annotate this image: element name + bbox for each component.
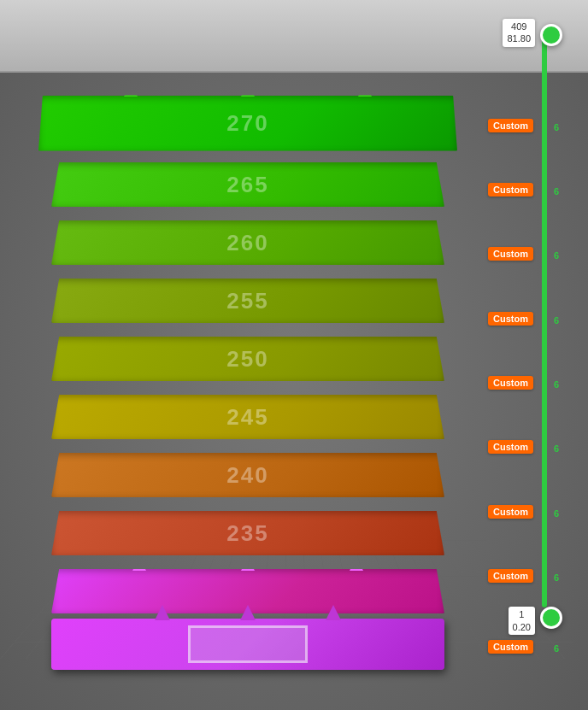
custom-button-4[interactable]: Custom bbox=[488, 312, 533, 326]
side-label-1: 6 bbox=[554, 122, 559, 132]
3d-viewport: 270 265 260 bbox=[0, 0, 588, 710]
side-label-8: 6 bbox=[554, 572, 559, 583]
side-label-3: 6 bbox=[554, 250, 559, 261]
layer-250: 250 bbox=[43, 328, 453, 390]
layer-235: 235 bbox=[43, 502, 453, 564]
tooltip-bottom-value2: 0.20 bbox=[513, 622, 531, 632]
layer-250-number: 250 bbox=[226, 346, 268, 373]
custom-button-1[interactable]: Custom bbox=[488, 119, 533, 132]
layer-240-number: 240 bbox=[226, 462, 268, 489]
top-platform bbox=[51, 619, 444, 670]
layer-260-number: 260 bbox=[226, 230, 268, 256]
custom-button-6[interactable]: Custom bbox=[488, 440, 533, 454]
tooltip-top-value1: 409 bbox=[511, 21, 526, 32]
custom-button-3[interactable]: Custom bbox=[488, 247, 533, 261]
layer-270: 270 bbox=[34, 89, 462, 157]
layer-245-number: 245 bbox=[226, 404, 268, 431]
custom-button-7[interactable]: Custom bbox=[488, 505, 533, 519]
top-cutout bbox=[188, 625, 308, 663]
top-platform-spikes bbox=[51, 605, 444, 620]
custom-button-8[interactable]: Custom bbox=[488, 569, 533, 583]
side-label-2: 6 bbox=[554, 186, 559, 197]
layer-260: 260 bbox=[43, 212, 453, 273]
layer-255-number: 255 bbox=[226, 288, 268, 314]
slider-handle-bottom[interactable] bbox=[540, 607, 562, 629]
object-area: 270 265 260 bbox=[17, 51, 479, 666]
top-platform-container bbox=[43, 619, 453, 670]
side-label-9: 6 bbox=[554, 643, 559, 654]
layer-265: 265 bbox=[43, 154, 453, 215]
layer-255: 255 bbox=[43, 270, 453, 332]
custom-button-9[interactable]: Custom bbox=[488, 640, 533, 654]
side-label-5: 6 bbox=[554, 379, 559, 390]
custom-button-2[interactable]: Custom bbox=[488, 183, 533, 197]
slider-tooltip-bottom: 1 0.20 bbox=[509, 607, 535, 635]
side-label-7: 6 bbox=[554, 508, 559, 519]
layer-235-number: 235 bbox=[226, 520, 268, 547]
side-label-4: 6 bbox=[554, 315, 559, 326]
tooltip-top-value2: 81.80 bbox=[507, 33, 531, 44]
layer-270-number: 270 bbox=[226, 110, 268, 137]
slider-track bbox=[542, 34, 547, 607]
custom-button-5[interactable]: Custom bbox=[488, 376, 533, 390]
layer-240: 240 bbox=[43, 444, 453, 506]
layer-265-number: 265 bbox=[226, 172, 268, 198]
tooltip-bottom-value1: 1 bbox=[519, 609, 524, 619]
layer-245: 245 bbox=[43, 386, 453, 448]
slider-handle-top[interactable] bbox=[540, 24, 562, 46]
layer-270-spikes bbox=[38, 84, 457, 97]
slider-tooltip-top: 409 81.80 bbox=[503, 19, 535, 47]
side-label-6: 6 bbox=[554, 443, 559, 454]
